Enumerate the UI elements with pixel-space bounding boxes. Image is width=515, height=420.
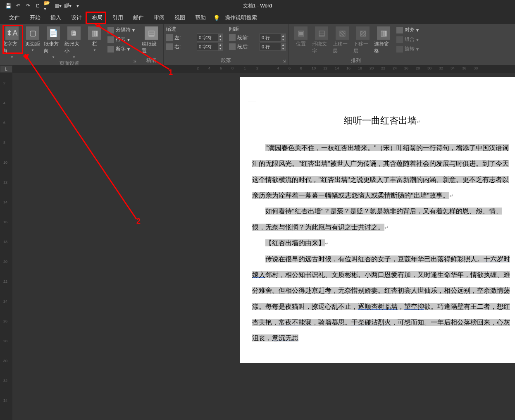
orientation-button[interactable]: 📄 纸张方向▼ [44, 26, 63, 59]
doc-name: 文档1 [243, 3, 256, 9]
print-icon[interactable]: 🗐▾ [64, 2, 72, 10]
hyphenation-button[interactable]: 断字 ▾ [106, 45, 136, 53]
annotation-label-1: 1 [169, 68, 173, 77]
spin-down-icon[interactable]: ▼ [281, 47, 286, 50]
paragraph-2: 如何看待"红杏出墙"？是褒？是贬？孰是孰非的背后，又有着怎样的恩、怨、情、恨，无… [252, 203, 513, 235]
preview-icon[interactable]: ▦▾ [54, 2, 62, 10]
tab-file[interactable]: 文件 [4, 12, 25, 24]
group-label-paragraph: 段落 [166, 56, 286, 64]
tab-mailings[interactable]: 邮件 [128, 12, 149, 24]
text-direction-icon: ⬍A [5, 26, 19, 40]
columns-button[interactable]: ▥ 栏▼ [85, 26, 104, 52]
save-icon[interactable]: 💾 [4, 2, 12, 10]
margins-button[interactable]: ▢ 页边距▼ [23, 26, 42, 52]
qat-customize-icon[interactable]: ▾ [74, 2, 82, 10]
spin-up-icon[interactable]: ▲ [218, 34, 223, 38]
paragraph-4: 传说在很早的远古时候，有位叫红杏的女子，豆蔻年华已出落得鲜彩照人。十六岁时嫁入邻… [252, 251, 513, 346]
size-button[interactable]: 🗎 纸张大小▼ [64, 26, 83, 59]
group-objects-icon [396, 36, 403, 43]
spacing-heading: 间距 [229, 26, 286, 33]
chevron-down-icon: ▼ [93, 48, 96, 52]
indent-heading: 缩进 [166, 26, 223, 33]
document-area[interactable]: 细听一曲红杏出墙↵ "满园春色关不住，一枝红杏出墙来。"（宋）叶绍翁的一行诗句，… [12, 73, 515, 420]
title-bar: 💾 ↶ ↷ 🗋 📂▾ ▦▾ 🗐▾ ▾ 文档1 - Word [0, 0, 515, 12]
tab-layout[interactable]: 布局 [87, 12, 107, 24]
new-doc-icon[interactable]: 🗋 [34, 2, 42, 10]
page: 细听一曲红杏出墙↵ "满园春色关不住，一枝红杏出墙来。"（宋）叶绍翁的一行诗句，… [240, 77, 515, 363]
size-icon: 🗎 [67, 26, 81, 40]
indent-left-icon [166, 34, 173, 41]
breaks-button[interactable]: 分隔符 ▾ [106, 26, 136, 34]
indent-left-spinner[interactable]: ▲▼ [197, 33, 223, 42]
bring-forward-icon: ▧ [336, 26, 349, 40]
open-icon[interactable]: 📂▾ [44, 2, 52, 10]
space-after-icon [229, 43, 236, 50]
indent-right-input[interactable] [197, 44, 218, 49]
selection-pane-button[interactable]: ▥ 选择窗格 [374, 26, 393, 55]
tab-insert[interactable]: 插入 [45, 12, 66, 24]
paragraph-3: 【红杏出墙的由来】↵ [252, 235, 513, 251]
position-icon: ▣ [294, 26, 308, 40]
send-backward-button: ▨ 下移一层 [353, 26, 372, 55]
align-button[interactable]: 对齐 ▾ [395, 26, 420, 34]
group-page-setup: ⬍A 文字方向▼ ▢ 页边距▼ 📄 纸张方向▼ 🗎 纸张大小▼ ▥ 栏▼ 分隔符… [0, 24, 139, 65]
crop-mark-icon [248, 102, 256, 110]
spin-up-icon[interactable]: ▲ [281, 34, 286, 38]
ribbon: ⬍A 文字方向▼ ▢ 页边距▼ 📄 纸张方向▼ 🗎 纸张大小▼ ▥ 栏▼ 分隔符… [0, 24, 515, 65]
paragraph-dialog-launcher[interactable]: ⇲ [283, 59, 288, 64]
wrap-text-icon: ▤ [315, 26, 328, 40]
spin-down-icon[interactable]: ▼ [218, 47, 223, 50]
wrap-text-button: ▤ 环绕文字 [312, 26, 331, 55]
tab-review[interactable]: 审阅 [149, 12, 169, 24]
tab-design[interactable]: 设计 [66, 12, 87, 24]
redo-icon[interactable]: ↷ [24, 2, 32, 10]
spin-up-icon[interactable]: ▲ [218, 43, 223, 47]
group-paragraph: 缩进 左: ▲▼ 右: ▲▼ 间距 段前: ▲▼ [164, 24, 289, 65]
chevron-down-icon: ▼ [31, 48, 34, 52]
selection-pane-icon: ▥ [377, 26, 390, 40]
space-before-icon [229, 34, 236, 41]
chevron-down-icon: ▼ [72, 55, 76, 59]
breaks-icon [107, 27, 114, 33]
tab-references[interactable]: 引用 [107, 12, 128, 24]
space-after-spinner[interactable]: ▲▼ [260, 43, 286, 51]
text-direction-button[interactable]: ⬍A 文字方向▼ [2, 26, 21, 59]
send-backward-icon: ▨ [356, 26, 370, 40]
chevron-down-icon: ▼ [52, 55, 55, 59]
group-label-manuscript: 稿纸 [142, 56, 161, 64]
spin-down-icon[interactable]: ▼ [281, 38, 286, 41]
spin-down-icon[interactable]: ▼ [218, 38, 223, 41]
window-title: 文档1 - Word [243, 2, 272, 10]
tab-home[interactable]: 开始 [25, 12, 45, 24]
tell-me-icon[interactable]: 💡 [213, 15, 220, 21]
tab-help[interactable]: 帮助 [190, 12, 211, 24]
line-numbers-button[interactable]: 行号 ▾ [106, 35, 136, 44]
line-numbers-icon [107, 36, 114, 43]
spin-up-icon[interactable]: ▲ [281, 43, 286, 47]
margins-icon: ▢ [26, 26, 39, 40]
group-manuscript: ▤ 稿纸设置 稿纸 [139, 24, 164, 65]
bring-forward-button: ▧ 上移一层 [333, 26, 352, 55]
space-after-input[interactable] [260, 44, 281, 49]
menu-bar: 文件 开始 插入 设计 布局 引用 邮件 审阅 视图 帮助 💡 操作说明搜索 [0, 12, 515, 24]
quick-access-toolbar: 💾 ↶ ↷ 🗋 📂▾ ▦▾ 🗐▾ ▾ [0, 2, 82, 10]
ruler-area: L 86421246810121416182022242628303234363… [0, 65, 515, 73]
align-icon [396, 27, 403, 33]
manuscript-settings-button[interactable]: ▤ 稿纸设置 [142, 26, 161, 55]
horizontal-ruler[interactable]: 864212468101214161820222426283032343638 [12, 65, 515, 73]
chevron-down-icon: ▼ [10, 55, 14, 59]
manuscript-icon: ▤ [145, 26, 158, 40]
tell-me-search[interactable]: 操作说明搜索 [220, 12, 262, 24]
space-before-input[interactable] [260, 35, 281, 40]
position-button: ▣ 位置 [291, 26, 310, 48]
indent-right-spinner[interactable]: ▲▼ [197, 43, 223, 51]
space-before-spinner[interactable]: ▲▼ [260, 33, 286, 42]
undo-icon[interactable]: ↶ [14, 2, 22, 10]
indent-left-input[interactable] [197, 35, 218, 40]
tab-view[interactable]: 视图 [169, 12, 190, 24]
annotation-label-2: 2 [136, 217, 141, 226]
page-setup-dialog-launcher[interactable]: ⇲ [133, 59, 138, 64]
app-name: Word [260, 3, 272, 9]
vertical-ruler[interactable]: 246810121416182022242628303234 [0, 73, 12, 420]
indent-right-icon [166, 43, 173, 50]
